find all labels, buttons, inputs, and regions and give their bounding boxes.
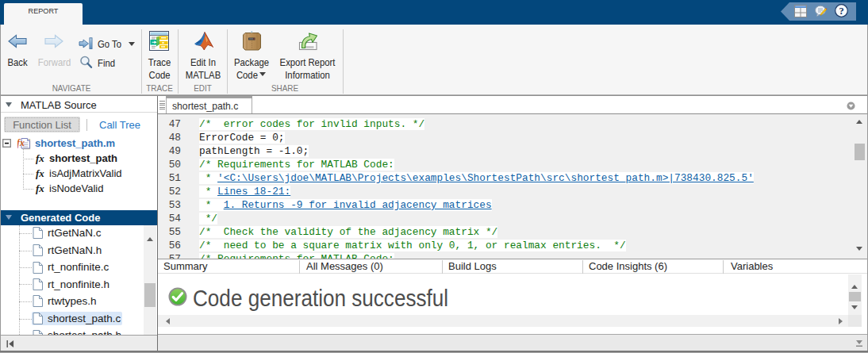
svg-text:?: ?	[839, 6, 843, 17]
svg-text:fx: fx	[17, 137, 25, 148]
